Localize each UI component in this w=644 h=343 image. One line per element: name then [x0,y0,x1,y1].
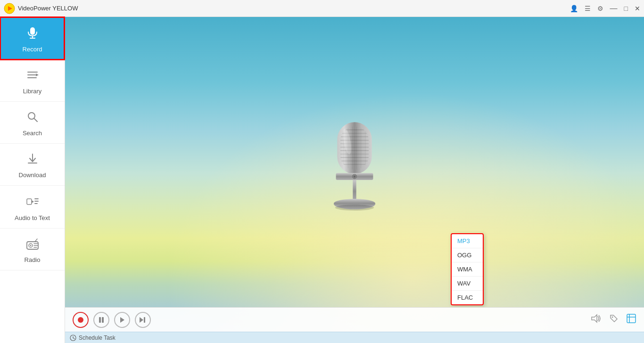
player-bar [65,307,644,332]
search-icon [26,110,39,127]
sidebar-item-search[interactable]: Search [0,102,65,144]
sidebar-item-radio[interactable]: Radio [0,229,65,270]
pause-button[interactable] [93,312,109,328]
svg-point-53 [78,317,83,323]
app-title: VideoPower YELLOW [18,5,78,12]
right-controls [591,313,636,326]
clock-icon [70,335,76,341]
format-icon[interactable] [626,313,636,326]
library-icon [26,68,39,85]
settings-icon[interactable]: ⚙ [597,5,603,12]
format-svg [626,313,636,324]
svg-marker-56 [120,317,124,323]
sidebar-item-record[interactable]: Record [0,17,65,60]
format-option-ogg[interactable]: OGG [452,248,483,262]
audio-to-text-icon [25,194,40,212]
format-option-flac[interactable]: FLAC [452,291,483,304]
record-dot-icon [77,317,84,323]
svg-rect-55 [102,317,104,323]
content-area: MP3 OGG WMA WAV FLAC [65,17,644,343]
status-bar: Schedule Task [65,332,644,343]
microphone-illustration [326,118,383,221]
format-option-mp3[interactable]: MP3 [452,234,483,248]
list-icon[interactable]: ☰ [585,5,591,12]
play-button[interactable] [114,312,130,328]
app-logo: VideoPower YELLOW [4,3,78,14]
schedule-task-label[interactable]: Schedule Task [79,335,116,341]
svg-point-52 [335,204,374,211]
maximize-button[interactable]: □ [624,5,628,12]
player-controls [73,312,151,328]
close-button[interactable]: ✕ [635,5,640,12]
sidebar-item-library[interactable]: Library [0,60,65,102]
record-icon [25,25,40,43]
radio-label: Radio [25,256,41,263]
format-option-wma[interactable]: WMA [452,262,483,277]
record-button[interactable] [73,312,89,328]
window-controls: 👤 ☰ ⚙ — □ ✕ [570,5,640,12]
format-dropdown[interactable]: MP3 OGG WMA WAV FLAC [451,233,484,305]
volume-svg [591,314,602,323]
radio-icon [25,237,40,253]
svg-line-10 [34,119,37,122]
user-icon[interactable]: 👤 [570,5,578,12]
titlebar: VideoPower YELLOW 👤 ☰ ⚙ — □ ✕ [0,0,644,17]
svg-rect-13 [27,199,32,204]
svg-point-60 [612,317,613,318]
svg-rect-58 [144,317,145,323]
download-icon [26,152,39,169]
svg-rect-2 [30,27,35,35]
svg-marker-8 [36,74,39,76]
mic-svg [324,118,385,221]
svg-line-24 [35,239,37,242]
search-label: Search [23,130,42,137]
main-layout: Record Library Search [0,17,644,343]
svg-marker-57 [140,317,143,323]
skip-button[interactable] [135,312,151,328]
download-label: Download [19,172,46,179]
record-label: Record [23,46,42,53]
svg-rect-61 [627,314,636,323]
svg-rect-54 [99,317,101,323]
library-label: Library [23,88,42,95]
svg-marker-14 [32,200,34,203]
minimize-button[interactable]: — [610,5,618,12]
format-option-wav[interactable]: WAV [452,277,483,291]
skip-icon [139,317,147,323]
svg-line-66 [73,338,74,339]
svg-point-48 [354,175,356,178]
tag-svg [609,314,619,323]
tag-icon[interactable] [609,314,619,326]
volume-icon[interactable] [591,314,602,326]
play-icon [119,317,125,323]
svg-marker-59 [592,315,597,322]
pause-icon [99,317,104,323]
svg-point-20 [30,245,31,246]
audio-to-text-label: Audio to Text [15,214,50,221]
sidebar-item-download[interactable]: Download [0,144,65,186]
logo-icon [4,3,15,14]
sidebar-item-audio-to-text[interactable]: Audio to Text [0,186,65,229]
sidebar: Record Library Search [0,17,65,343]
